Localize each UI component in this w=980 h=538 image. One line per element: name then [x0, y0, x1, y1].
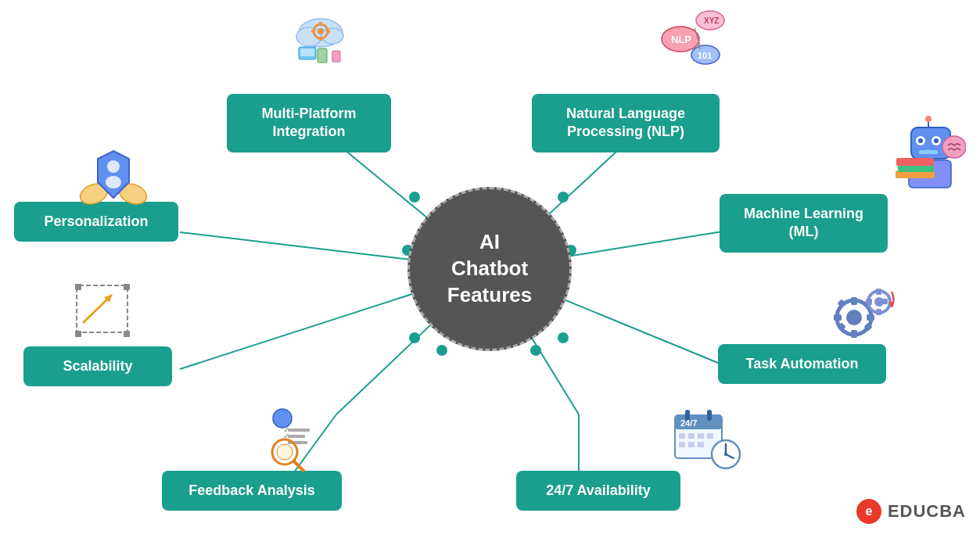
svg-rect-23 [319, 22, 322, 26]
svg-rect-48 [919, 150, 938, 154]
educba-logo: e EDUCBA [856, 499, 966, 524]
svg-rect-82 [288, 435, 305, 438]
educba-text: EDUCBA [888, 501, 966, 522]
svg-rect-92 [707, 410, 712, 421]
machine-learning-icon [892, 116, 966, 205]
svg-rect-100 [698, 442, 704, 447]
nlp-icon: XYZ NLP 101 [657, 6, 727, 87]
scalability-icon [69, 278, 139, 351]
svg-rect-56 [77, 285, 127, 332]
svg-rect-77 [866, 299, 872, 304]
feature-scalability: Scalability [23, 346, 172, 386]
svg-rect-55 [896, 158, 934, 166]
svg-text:XYZ: XYZ [704, 16, 719, 25]
diagram-container: AIChatbotFeatures Multi-PlatformIntegrat… [0, 0, 980, 538]
svg-rect-76 [876, 309, 881, 315]
feature-nlp: Natural LanguageProcessing (NLP) [532, 94, 720, 152]
svg-rect-62 [124, 331, 130, 337]
svg-rect-29 [318, 48, 327, 63]
svg-line-88 [294, 461, 303, 471]
svg-point-17 [530, 345, 541, 356]
feature-availability: 24/7 Availability [516, 471, 680, 511]
svg-point-15 [558, 332, 569, 343]
svg-point-14 [409, 332, 420, 343]
svg-rect-28 [300, 48, 314, 56]
svg-rect-60 [124, 284, 130, 290]
svg-point-64 [846, 310, 862, 325]
center-title: AIChatbotFeatures [447, 229, 532, 308]
multi-platform-icon [289, 9, 352, 86]
svg-point-45 [918, 138, 923, 143]
svg-rect-97 [707, 433, 713, 439]
feature-feedback-analysis: Feedback Analysis [162, 471, 342, 511]
svg-point-42 [106, 176, 121, 188]
svg-rect-96 [698, 433, 704, 439]
svg-rect-26 [326, 30, 330, 33]
svg-rect-67 [834, 314, 842, 321]
svg-point-47 [934, 138, 939, 143]
svg-rect-66 [851, 330, 857, 338]
svg-rect-61 [75, 331, 81, 337]
educba-icon: e [856, 499, 881, 524]
svg-rect-99 [688, 442, 695, 447]
svg-rect-59 [75, 284, 81, 290]
svg-text:101: 101 [698, 51, 712, 60]
svg-point-41 [107, 160, 120, 173]
svg-text:NLP: NLP [671, 34, 691, 45]
svg-point-52 [942, 136, 966, 158]
svg-rect-24 [319, 37, 322, 41]
svg-rect-25 [311, 30, 315, 33]
task-automation-icon [821, 280, 899, 353]
svg-text:24/7: 24/7 [680, 418, 697, 428]
svg-point-11 [558, 192, 569, 203]
svg-point-10 [409, 192, 420, 203]
svg-point-16 [436, 345, 447, 356]
center-circle: AIChatbotFeatures [407, 187, 572, 351]
svg-point-50 [925, 116, 932, 122]
feedback-analysis-icon: ✓ ✓ [255, 399, 325, 476]
svg-point-22 [318, 28, 324, 34]
feature-multi-platform: Multi-PlatformIntegration [227, 94, 391, 152]
svg-rect-30 [332, 51, 340, 62]
svg-rect-81 [288, 429, 310, 432]
personalization-icon [78, 139, 149, 213]
svg-rect-98 [679, 442, 685, 447]
svg-rect-68 [867, 314, 874, 321]
svg-rect-95 [688, 433, 695, 439]
svg-rect-65 [851, 297, 857, 305]
svg-rect-78 [881, 299, 888, 304]
svg-rect-75 [876, 289, 881, 295]
feature-machine-learning: Machine Learning(ML) [720, 194, 888, 253]
availability-icon: 24/7 [671, 404, 741, 477]
svg-rect-94 [679, 433, 685, 439]
svg-point-87 [277, 444, 293, 460]
